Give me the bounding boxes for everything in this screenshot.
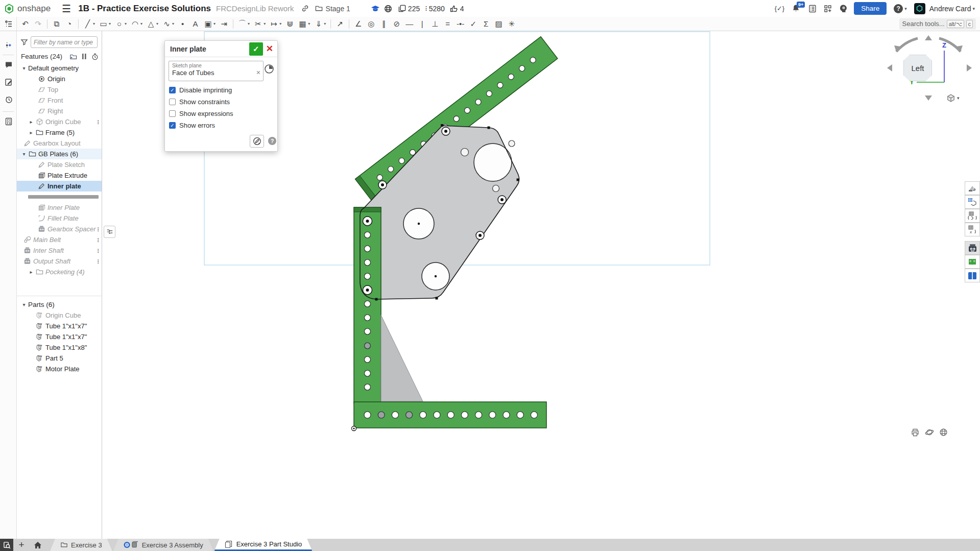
fillet-tool[interactable]: ⌒▾ <box>236 18 251 30</box>
part-item-origin-cube[interactable]: Origin Cube <box>17 310 102 321</box>
pierce-constraint[interactable]: ✳ <box>506 18 517 30</box>
undo-button[interactable]: ↶ <box>19 18 31 30</box>
filter-input[interactable]: Filter by name or type <box>31 36 98 48</box>
extend-tool[interactable]: ↦▾ <box>268 18 283 30</box>
feature-menu-dots[interactable]: ⁝ <box>97 118 99 126</box>
help-caret-icon[interactable]: ▾ <box>904 6 907 11</box>
tangent-constraint[interactable]: ⊘ <box>391 18 402 30</box>
filter-funnel-icon[interactable] <box>20 38 28 46</box>
feature-dialog-handle[interactable] <box>104 226 115 238</box>
chevron-down-icon[interactable]: ▾ <box>21 65 27 71</box>
sketch-pencil-button[interactable] <box>250 135 264 148</box>
apps-grid-icon[interactable] <box>824 5 832 13</box>
feature-item-inner-plate[interactable]: Inner Plate <box>17 202 102 213</box>
help-icon[interactable]: ? <box>894 4 903 13</box>
polygon-tool[interactable]: △▾ <box>145 18 160 30</box>
breadcrumb[interactable]: Stage 1 <box>326 5 350 13</box>
equal-constraint[interactable]: = <box>442 18 453 30</box>
confirm-button[interactable]: ✓ <box>249 42 263 56</box>
appearance-panel-button[interactable] <box>965 181 980 195</box>
feature-menu-dots[interactable]: ⁝ <box>97 258 99 265</box>
point-tool[interactable]: • <box>177 18 188 30</box>
feature-item-front[interactable]: Front <box>17 95 102 106</box>
ai-assistant-icon[interactable] <box>839 4 848 13</box>
checkbox-show-constraints[interactable]: Show constraints <box>165 96 277 108</box>
education-icon[interactable] <box>371 5 380 13</box>
chevron-right-icon[interactable]: ▸ <box>28 130 34 135</box>
history-icon[interactable] <box>0 92 17 107</box>
feature-item-main-belt[interactable]: Main Belt⁝ <box>17 234 102 245</box>
feature-list-icon[interactable] <box>0 17 17 31</box>
view-cube-face[interactable]: Left <box>903 55 932 81</box>
face-sketch-tool[interactable]: ◔ <box>63 18 75 30</box>
checkbox-box[interactable]: ✓ <box>169 122 176 129</box>
line-tool[interactable]: ╱▾ <box>82 18 97 30</box>
part-item-motor-plate[interactable]: Motor Plate <box>17 364 102 374</box>
user-avatar[interactable] <box>914 3 925 14</box>
user-name[interactable]: Andrew Card <box>929 5 971 13</box>
tab-exercise-3-part-studio[interactable]: Exercise 3 Part Studio <box>214 539 313 551</box>
suppress-pause-icon[interactable] <box>82 53 87 60</box>
versions-icon[interactable]: ⁝ <box>425 5 426 13</box>
feature-item-inner-plate[interactable]: Inner plate <box>17 181 102 191</box>
feature-item-plate-extrude[interactable]: Plate Extrude <box>17 170 102 181</box>
insert-feature-icon[interactable] <box>0 37 17 53</box>
part-item-tube-1-x1-x7-[interactable]: Tube 1"x1"x7" <box>17 321 102 331</box>
horizontal-constraint[interactable]: — <box>403 18 415 30</box>
notebook-tool[interactable]: ⧉ <box>51 18 62 30</box>
chevron-right-icon[interactable]: ▸ <box>28 119 34 125</box>
arc-tool[interactable]: ◠▾ <box>129 18 144 30</box>
midpoint-constraint[interactable]: -•- <box>455 18 466 30</box>
document-title[interactable]: 1B - Practice Exercise Solutions <box>78 4 211 14</box>
chevron-down-icon[interactable]: ▾ <box>21 151 27 157</box>
cancel-icon[interactable]: ✕ <box>266 43 273 54</box>
feature-item-default-geometry[interactable]: ▾Default geometry <box>17 63 102 74</box>
offset-tool[interactable]: ⇥ <box>218 18 230 30</box>
rectangle-tool[interactable]: ▭▾ <box>98 18 112 30</box>
feature-item-plate-sketch[interactable]: Plate Sketch <box>17 159 102 170</box>
part-item-tube-1-x1-x8-[interactable]: Tube 1"x1"x8" <box>17 342 102 353</box>
split-view-panel-button[interactable] <box>965 269 980 282</box>
perpendicular-constraint[interactable]: ⊥ <box>429 18 441 30</box>
likes-icon[interactable] <box>450 5 458 13</box>
feature-item-origin-cube[interactable]: ▸Origin Cube⁝ <box>17 116 102 127</box>
tasks-icon[interactable] <box>808 5 817 13</box>
feature-item-origin[interactable]: Origin <box>17 74 102 84</box>
feature-menu-dots[interactable]: ⁝ <box>97 236 99 244</box>
coincident-constraint[interactable]: ∠ <box>352 18 364 30</box>
parts-section-header[interactable]: ▾ Parts (6) <box>17 299 102 310</box>
normal-constraint[interactable]: ✓ <box>467 18 479 30</box>
home-tab-button[interactable] <box>30 539 46 551</box>
robot-app-panel-button[interactable] <box>965 241 980 255</box>
checkbox-box[interactable] <box>169 110 176 117</box>
circle-tool[interactable]: ○▾ <box>113 18 128 30</box>
search-tools-input[interactable]: Search tools... alt/⌥ c <box>899 18 976 30</box>
feature-item-inter-shaft[interactable]: Inter Shaft⁝ <box>17 245 102 256</box>
tab-exercise-3[interactable]: Exercise 3 <box>50 539 112 551</box>
feature-item-gearbox-spacer[interactable]: Gearbox Spacer⁝ <box>17 224 102 234</box>
fix-constraint[interactable]: ▨ <box>493 18 505 30</box>
part-item-part-5[interactable]: Part 5 <box>17 353 102 364</box>
bom-table-panel-button[interactable] <box>965 195 980 209</box>
clear-selection-icon[interactable]: × <box>256 68 260 77</box>
pattern-tool[interactable]: ▦▾ <box>297 18 312 30</box>
variables-panel-button[interactable]: x <box>965 223 980 236</box>
rollback-pie-icon[interactable] <box>264 64 274 74</box>
feature-menu-dots[interactable]: ⁝ <box>97 226 99 233</box>
dialog-help-icon[interactable]: ? <box>268 137 276 145</box>
rollback-bar[interactable] <box>28 195 99 199</box>
edit-document-icon[interactable] <box>0 75 17 90</box>
concentric-constraint[interactable]: ◎ <box>365 18 377 30</box>
sketch-plane-field[interactable]: Sketch plane Face of Tubes × <box>169 61 264 81</box>
print-icon[interactable] <box>911 428 920 437</box>
checkbox-box[interactable]: ✓ <box>169 87 176 93</box>
link-icon[interactable] <box>301 5 309 12</box>
use-project-tool[interactable]: ▣▾ <box>202 18 217 30</box>
dimension-tool[interactable]: ↗ <box>334 18 346 30</box>
share-button[interactable]: Share <box>854 2 887 15</box>
view-cube-menu-icon[interactable]: ▾ <box>946 93 960 103</box>
chevron-right-icon[interactable]: ▸ <box>28 269 34 275</box>
tab-exercise-3-assembly[interactable]: Exercise 3 Assembly <box>113 539 213 551</box>
rollback-clock-icon[interactable] <box>91 53 99 60</box>
onshape-logo-icon[interactable] <box>4 4 14 14</box>
